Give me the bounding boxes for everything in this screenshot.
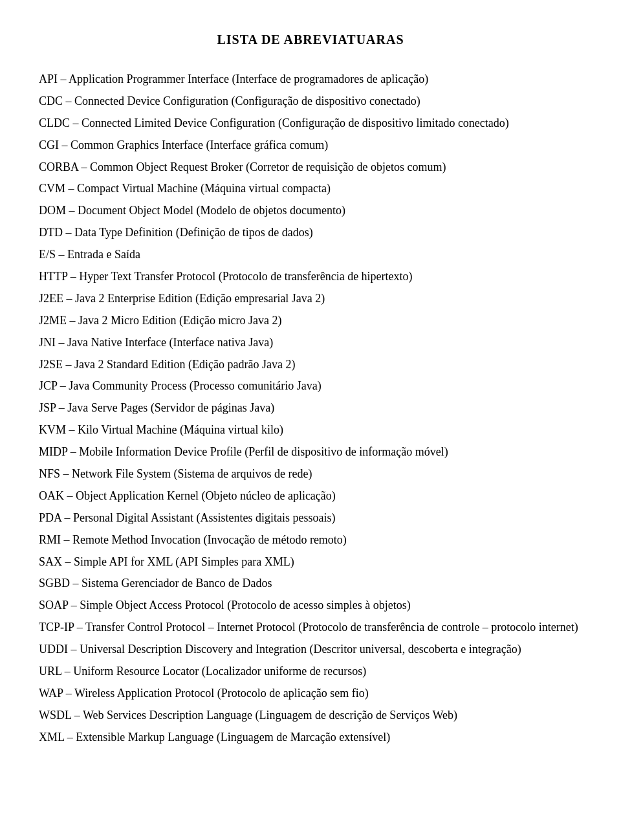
list-item: JNI – Java Native Interface (Interface n… — [39, 334, 582, 352]
list-item: HTTP – Hyper Text Transfer Protocol (Pro… — [39, 268, 582, 286]
list-item: CORBA – Common Object Request Broker (Co… — [39, 159, 582, 177]
list-item: J2SE – Java 2 Standard Edition (Edição p… — [39, 356, 582, 374]
list-item: J2EE – Java 2 Enterprise Edition (Edição… — [39, 290, 582, 308]
list-item: CLDC – Connected Limited Device Configur… — [39, 115, 582, 133]
list-item: DTD – Data Type Definition (Definição de… — [39, 224, 582, 242]
page-title: LISTA DE ABREVIATUARAS — [39, 32, 582, 47]
list-item: CGI – Common Graphics Interface (Interfa… — [39, 137, 582, 155]
abbreviation-list: API – Application Programmer Interface (… — [39, 71, 582, 747]
list-item: TCP-IP – Transfer Control Protocol – Int… — [39, 619, 582, 637]
list-item: SGBD – Sistema Gerenciador de Banco de D… — [39, 575, 582, 593]
list-item: SAX – Simple API for XML (API Simples pa… — [39, 553, 582, 571]
list-item: J2ME – Java 2 Micro Edition (Edição micr… — [39, 312, 582, 330]
list-item: DOM – Document Object Model (Modelo de o… — [39, 202, 582, 220]
list-item: SOAP – Simple Object Access Protocol (Pr… — [39, 597, 582, 615]
list-item: UDDI – Universal Description Discovery a… — [39, 641, 582, 659]
list-item: JCP – Java Community Process (Processo c… — [39, 377, 582, 395]
list-item: JSP – Java Serve Pages (Servidor de pági… — [39, 399, 582, 417]
list-item: XML – Extensible Markup Language (Lingua… — [39, 729, 582, 747]
list-item: WAP – Wireless Application Protocol (Pro… — [39, 685, 582, 703]
list-item: MIDP – Mobile Information Device Profile… — [39, 443, 582, 461]
list-item: NFS – Network File System (Sistema de ar… — [39, 465, 582, 483]
list-item: CDC – Connected Device Configuration (Co… — [39, 93, 582, 111]
list-item: RMI – Remote Method Invocation (Invocaçã… — [39, 531, 582, 549]
list-item: CVM – Compact Virtual Machine (Máquina v… — [39, 180, 582, 198]
list-item: URL – Uniform Resource Locator (Localiza… — [39, 663, 582, 681]
list-item: OAK – Object Application Kernel (Objeto … — [39, 487, 582, 505]
list-item: E/S – Entrada e Saída — [39, 246, 582, 264]
list-item: WSDL – Web Services Description Language… — [39, 707, 582, 725]
list-item: PDA – Personal Digital Assistant (Assist… — [39, 509, 582, 527]
list-item: API – Application Programmer Interface (… — [39, 71, 582, 89]
list-item: KVM – Kilo Virtual Machine (Máquina virt… — [39, 421, 582, 439]
